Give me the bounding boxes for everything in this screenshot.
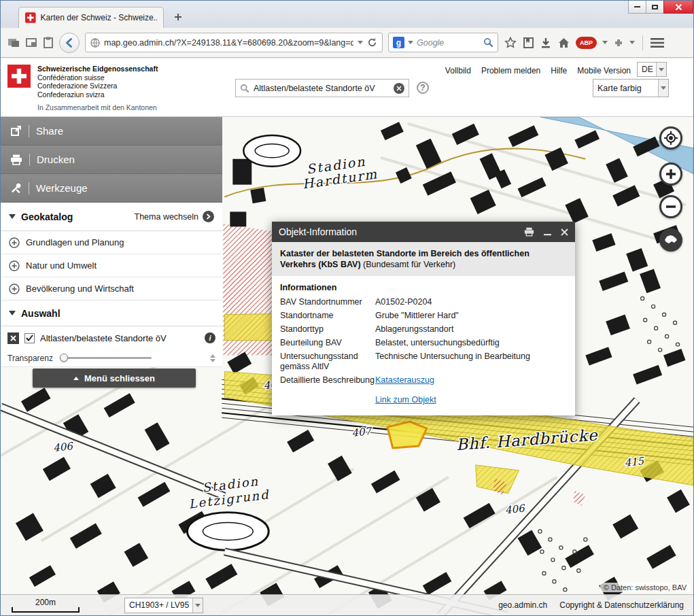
layer-search-field[interactable] <box>235 79 409 97</box>
map-attribution[interactable]: © Daten: swisstopo, BAV <box>600 583 690 592</box>
addon-dropdown-icon[interactable] <box>629 41 635 44</box>
checkmark-icon <box>26 335 33 341</box>
clear-search-button[interactable] <box>394 83 404 94</box>
map-style-caret-cell <box>658 80 668 97</box>
move-up-icon <box>210 354 215 358</box>
transparency-row: Transparenz <box>1 349 222 367</box>
new-tab-button[interactable] <box>169 9 187 25</box>
copyright-link[interactable]: Copyright & Datenschutzerklärung <box>559 600 684 610</box>
map-style-select[interactable]: Karte farbig <box>593 79 669 97</box>
search-placeholder[interactable]: Google <box>417 38 480 48</box>
zoom-out-button[interactable] <box>659 195 682 218</box>
geocatalog-header[interactable]: Geokatalog Thema wechseln <box>1 203 222 231</box>
clipboard-icon[interactable] <box>43 37 54 48</box>
layer-info-button[interactable]: i <box>205 332 215 343</box>
selection-header[interactable]: Auswahl <box>1 301 222 326</box>
divider <box>29 182 29 194</box>
bookmarks-panel-icon[interactable] <box>523 37 534 49</box>
print-button[interactable]: Drucken <box>1 146 222 174</box>
bookmark-star-icon[interactable] <box>504 36 517 50</box>
catalog-item-bevoelkerung[interactable]: Bevölkerung und Wirtschaft <box>1 277 222 301</box>
adblock-dropdown-icon[interactable] <box>602 41 608 44</box>
minimize-icon[interactable] <box>544 228 551 236</box>
caret-down-icon <box>661 86 666 90</box>
url-dropdown-icon[interactable] <box>358 41 363 44</box>
share-icon <box>10 125 22 137</box>
language-select[interactable]: DE <box>637 62 667 77</box>
catalog-item-label: Bevölkerung und Wirtschaft <box>26 284 134 294</box>
tools-button[interactable]: Werkzeuge <box>1 174 222 203</box>
home-icon[interactable] <box>557 37 570 49</box>
downloads-icon[interactable] <box>540 37 552 49</box>
close-window-button[interactable] <box>663 1 693 14</box>
collapse-triangle-icon <box>9 214 16 219</box>
search-engine-dropdown-icon[interactable] <box>408 41 413 44</box>
link-problem-melden[interactable]: Problem melden <box>481 66 540 75</box>
browser-window: Karten der Schweiz - Schweize... map.geo… <box>0 0 694 616</box>
expand-plus-icon <box>9 284 20 294</box>
layer-reorder-icons[interactable] <box>210 354 215 362</box>
minimize-button[interactable] <box>628 1 646 14</box>
google-icon: g <box>393 37 404 48</box>
geoadmin-link[interactable]: geo.admin.ch <box>498 600 547 610</box>
catalog-item-grundlagen[interactable]: Grundlagen und Planung <box>1 231 222 254</box>
stadium-hardturm <box>243 135 300 167</box>
url-bar[interactable]: map.geo.admin.ch/?X=249138.11&Y=680698.2… <box>85 33 383 52</box>
informationen-heading: Informationen <box>280 283 567 292</box>
projection-select[interactable]: CH1903+ / LV95 <box>124 598 203 613</box>
adblock-plus-icon[interactable]: ABP <box>576 37 597 49</box>
popup-header-icons <box>524 227 568 237</box>
catalog-item-label: Grundlagen und Planung <box>26 237 124 247</box>
close-icon <box>675 3 682 11</box>
default-extent-button[interactable] <box>659 228 682 252</box>
language-value: DE <box>638 65 656 74</box>
popup-header[interactable]: Objekt-Information <box>272 222 575 242</box>
slider-knob[interactable] <box>60 354 68 362</box>
toolbar-separator <box>642 35 643 50</box>
menu-hamburger-icon[interactable] <box>650 37 664 48</box>
popup-title: Objekt-Information <box>279 226 357 237</box>
back-button[interactable] <box>59 33 80 53</box>
link-zum-objekt[interactable]: Link zum Objekt <box>375 395 436 405</box>
link-mobile-version[interactable]: Mobile Version <box>577 66 631 75</box>
expand-plus-icon <box>9 237 20 248</box>
window-preview-icon[interactable] <box>25 37 37 48</box>
spot-height-407: 407 <box>351 425 374 439</box>
cooperation-note: In Zusammenarbeit mit den Kantonen <box>37 103 158 112</box>
remove-layer-button[interactable] <box>7 332 19 344</box>
layer-search-input[interactable] <box>254 84 389 93</box>
reload-icon[interactable] <box>367 37 377 48</box>
attr-label: Untersuchungsstand gemäss AltlV <box>280 352 375 372</box>
catalog-item-natur[interactable]: Natur und Umwelt <box>1 254 222 277</box>
language-caret-cell <box>656 63 666 76</box>
circle-arrow-icon <box>203 211 214 222</box>
link-vollbild[interactable]: Vollbild <box>445 66 471 75</box>
recent-pages-icon[interactable] <box>7 37 20 48</box>
maximize-button[interactable] <box>646 1 664 14</box>
close-icon[interactable] <box>561 228 568 236</box>
search-help-button[interactable]: ? <box>417 82 429 94</box>
link-hilfe[interactable]: Hilfe <box>551 66 567 75</box>
printer-icon <box>10 154 22 165</box>
projection-caret-cell <box>192 598 203 613</box>
theme-switch-button[interactable]: Thema wechseln <box>135 211 215 222</box>
object-attributes-table: BAV StandortnummerA01502-P0204 Standortn… <box>280 297 567 386</box>
browser-tab[interactable]: Karten der Schweiz - Schweize... <box>18 7 164 28</box>
geolocate-button[interactable] <box>659 126 682 150</box>
print-icon[interactable] <box>524 227 534 237</box>
zoom-in-button[interactable] <box>659 162 682 186</box>
logo-line-it: Confederazione Svizzera <box>37 82 158 90</box>
caret-down-icon <box>659 68 664 71</box>
layer-visibility-checkbox[interactable] <box>24 333 35 343</box>
close-menu-button[interactable]: Menü schliessen <box>33 369 196 388</box>
katasterauszug-link[interactable]: Katasterauszug <box>375 375 434 385</box>
share-button[interactable]: Share <box>1 117 222 146</box>
url-text[interactable]: map.geo.admin.ch/?X=249138.11&Y=680698.2… <box>104 38 353 48</box>
swiss-cross-icon <box>7 65 31 88</box>
search-bar[interactable]: g Google <box>388 33 498 52</box>
magnifier-icon[interactable] <box>483 37 493 48</box>
active-layer-label: Altlasten/belastete Standorte öV <box>40 333 167 343</box>
transparency-slider[interactable] <box>60 357 152 359</box>
title-bar: Karten der Schweiz - Schweize... <box>1 1 693 28</box>
addon-icon[interactable] <box>613 37 624 48</box>
